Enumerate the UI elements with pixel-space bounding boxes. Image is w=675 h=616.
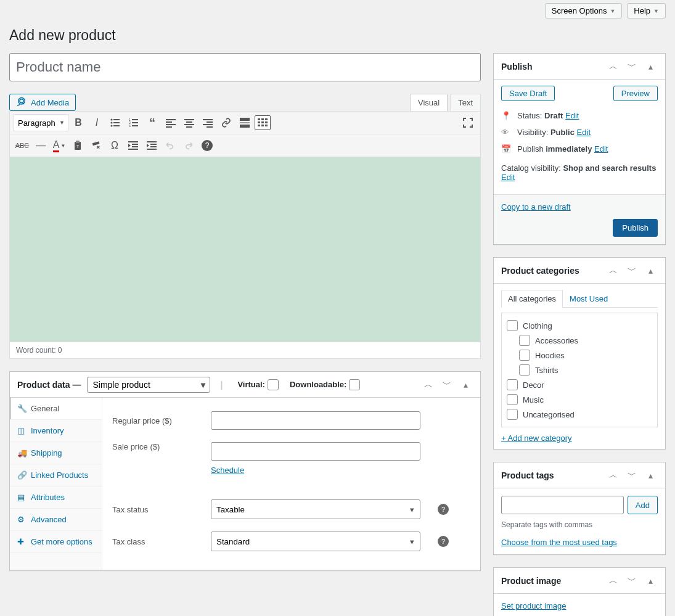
undo-button[interactable] [162,137,179,154]
link-button[interactable] [218,114,235,131]
category-item[interactable]: Clothing [507,318,652,333]
indent-button[interactable] [143,137,160,154]
add-media-button[interactable]: Add Media [9,94,76,111]
bullet-list-button[interactable] [107,114,124,131]
add-category-link[interactable]: + Add new category [501,433,658,443]
toolbar-toggle-button[interactable] [255,115,271,130]
move-down-button[interactable]: ﹀ [440,377,454,392]
help-icon[interactable]: ? [438,504,449,515]
clear-formatting-button[interactable] [88,137,105,154]
tab-linked-products[interactable]: 🔗Linked Products [10,464,102,487]
copy-draft-link[interactable]: Copy to a new draft [501,202,658,211]
set-product-image-link[interactable]: Set product image [501,601,567,610]
tab-most-used[interactable]: Most Used [563,290,615,308]
toggle-panel-button[interactable]: ▴ [458,377,473,392]
numbered-list-button[interactable]: 123 [125,114,142,131]
edit-visibility-link[interactable]: Edit [577,128,591,137]
svg-rect-34 [265,121,268,123]
toggle-panel-button[interactable]: ▴ [643,573,658,588]
product-name-input[interactable] [9,53,481,81]
move-down-button[interactable]: ﹀ [624,468,639,483]
move-up-button[interactable]: ︿ [606,468,621,483]
toggle-panel-button[interactable]: ▴ [643,263,658,278]
move-up-button[interactable]: ︿ [421,377,436,392]
move-down-button[interactable]: ﹀ [624,573,639,588]
tab-inventory[interactable]: ◫Inventory [10,420,102,442]
tab-text[interactable]: Text [450,94,481,111]
preview-button[interactable]: Preview [613,86,658,101]
tab-get-more[interactable]: ✚Get more options [10,531,102,553]
format-select[interactable]: Paragraph [14,114,68,131]
tab-all-categories[interactable]: All categories [501,290,563,308]
choose-tags-link[interactable]: Choose from the most used tags [501,538,617,547]
align-left-button[interactable] [162,114,179,131]
toggle-panel-button[interactable]: ▴ [643,468,658,483]
product-type-select[interactable]: Simple product [87,377,210,393]
downloadable-checkbox[interactable] [349,379,360,390]
checkbox[interactable] [519,364,530,376]
outdent-button[interactable] [125,137,142,154]
move-up-button[interactable]: ︿ [606,59,621,74]
fullscreen-button[interactable] [459,114,477,131]
help-icon[interactable]: ? [438,536,449,547]
checkbox[interactable] [507,394,518,405]
save-draft-button[interactable]: Save Draft [501,86,555,101]
category-item[interactable]: Hoodies [507,348,652,363]
tab-advanced[interactable]: ⚙Advanced [10,509,102,531]
toggle-panel-button[interactable]: ▴ [643,59,658,74]
checkbox[interactable] [507,409,518,420]
edit-status-link[interactable]: Edit [565,111,579,120]
checkbox[interactable] [519,335,530,346]
align-center-button[interactable] [181,114,198,131]
editor-content[interactable] [9,157,481,342]
svg-text:T: T [76,144,80,149]
publish-button[interactable]: Publish [613,219,658,237]
read-more-button[interactable] [236,114,253,131]
svg-rect-44 [128,149,138,150]
svg-rect-25 [207,126,213,128]
move-up-button[interactable]: ︿ [606,573,621,588]
category-item[interactable]: Music [507,392,652,407]
align-right-button[interactable] [199,114,216,131]
add-tag-button[interactable]: Add [628,496,658,514]
hr-button[interactable]: — [32,137,49,154]
move-down-button[interactable]: ﹀ [624,59,639,74]
category-item[interactable]: Accessories [507,333,652,348]
svg-rect-24 [203,124,213,125]
svg-rect-5 [113,122,120,123]
checkbox[interactable] [507,320,518,331]
category-item[interactable]: Decor [507,377,652,392]
category-item[interactable]: Tshirts [507,363,652,377]
move-up-button[interactable]: ︿ [606,263,621,278]
italic-button[interactable]: I [88,114,105,131]
tab-general[interactable]: 🔧General [10,398,102,420]
help-button[interactable]: Help [627,3,666,18]
move-down-button[interactable]: ﹀ [624,263,639,278]
tax-class-select[interactable]: Standard [211,532,420,551]
special-char-button[interactable]: Ω [106,137,123,154]
text-color-button[interactable]: A▼ [51,137,68,154]
bold-button[interactable]: B [70,114,87,131]
edit-catalog-link[interactable]: Edit [501,173,515,182]
screen-options-button[interactable]: Screen Options [545,3,623,18]
virtual-checkbox[interactable] [268,379,279,390]
regular-price-input[interactable] [211,411,420,430]
tab-attributes[interactable]: ▤Attributes [10,487,102,509]
svg-rect-45 [147,141,157,142]
help-toolbar-button[interactable]: ? [198,137,216,154]
checkbox[interactable] [507,379,518,390]
virtual-label: Virtual: [237,380,265,389]
paste-text-button[interactable]: T [69,137,86,154]
tab-shipping[interactable]: 🚚Shipping [10,442,102,464]
tax-status-select[interactable]: Taxable [211,499,420,519]
tab-visual[interactable]: Visual [410,94,448,111]
blockquote-button[interactable]: “ [144,114,161,131]
category-item[interactable]: Uncategorised [507,407,652,422]
sale-price-input[interactable] [211,442,420,461]
checkbox[interactable] [519,350,530,361]
tags-input[interactable] [501,496,624,514]
strikethrough-button[interactable]: ABC [14,137,31,154]
redo-button[interactable] [180,137,197,154]
schedule-link[interactable]: Schedule [211,466,244,475]
edit-publish-link[interactable]: Edit [594,144,608,154]
